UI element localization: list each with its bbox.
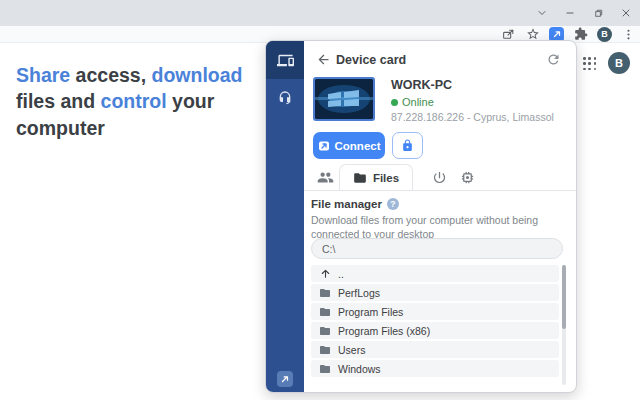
lock-button[interactable] (392, 132, 423, 159)
tab-access-users-icon[interactable] (316, 168, 334, 186)
popup-title: Device card (336, 53, 406, 67)
sidebar-brand-logo-icon (277, 371, 293, 387)
browser-avatar[interactable]: B (597, 27, 612, 42)
page-profile-avatar[interactable]: B (608, 52, 630, 74)
connect-label: Connect (335, 140, 381, 152)
device-name: WORK-PC (391, 78, 452, 92)
extensions-puzzle-icon[interactable] (573, 27, 588, 42)
browser-titlebar (0, 0, 640, 26)
path-input[interactable] (311, 238, 563, 259)
headline-segment: access, (70, 64, 151, 86)
folder-icon (319, 363, 331, 375)
file-row[interactable]: Windows (311, 360, 559, 377)
folder-icon (319, 287, 331, 299)
headline-segment: files and (16, 90, 101, 112)
page-headline: Share access, download files and control… (16, 62, 270, 141)
devices-icon[interactable] (266, 41, 304, 79)
file-label: Program Files (338, 306, 403, 318)
tab-system-settings-icon[interactable] (458, 168, 476, 186)
scrollbar-thumb[interactable] (562, 265, 566, 329)
close-icon[interactable] (618, 5, 634, 21)
status-label: Online (402, 96, 434, 108)
folder-icon (319, 344, 331, 356)
minimize-icon[interactable] (562, 5, 578, 21)
maximize-icon[interactable] (590, 5, 606, 21)
file-row[interactable]: Program Files (311, 303, 559, 320)
file-manager-title: File manager ? (311, 198, 399, 210)
folder-icon (319, 306, 331, 318)
back-arrow-icon[interactable] (316, 52, 331, 67)
file-manager-title-text: File manager (311, 198, 382, 210)
folder-icon (319, 325, 331, 337)
scrollbar[interactable] (562, 265, 566, 385)
popup-sidebar (266, 41, 304, 393)
file-row-up[interactable]: .. (311, 265, 559, 282)
file-label: Users (338, 344, 365, 356)
file-list: .. PerfLogs Program Files Program Files … (311, 265, 559, 379)
file-row[interactable]: PerfLogs (311, 284, 559, 301)
headline-segment: download (152, 64, 243, 86)
tabs-divider (304, 190, 577, 191)
device-status: Online (391, 96, 434, 108)
file-label: Windows (338, 363, 381, 375)
screen: B Share access, download files and contr… (0, 0, 640, 400)
browser-menu-icon[interactable] (621, 27, 636, 42)
window-controls (534, 0, 634, 26)
tab-files[interactable]: Files (339, 164, 413, 191)
lock-icon (401, 139, 414, 152)
folder-icon (353, 171, 367, 185)
tab-power-icon[interactable] (430, 168, 448, 186)
file-row[interactable]: Program Files (x86) (311, 322, 559, 339)
chevron-down-icon[interactable] (534, 5, 550, 21)
file-label: PerfLogs (338, 287, 380, 299)
device-ip-location: 87.228.186.226 - Cyprus, Limassol (391, 111, 554, 123)
apps-grid-icon[interactable] (583, 57, 597, 71)
help-icon[interactable]: ? (387, 198, 399, 210)
file-label: Program Files (x86) (338, 325, 430, 337)
tab-files-label: Files (373, 172, 399, 184)
headline-segment: control (101, 90, 167, 112)
headline-segment: Share (16, 64, 70, 86)
connect-button[interactable]: Connect (313, 132, 385, 159)
online-dot-icon (391, 99, 398, 106)
device-thumbnail[interactable] (313, 77, 375, 121)
extension-popup: Device card WORK-PC Online (265, 40, 577, 393)
headset-icon[interactable] (266, 79, 304, 117)
refresh-icon[interactable] (546, 52, 561, 67)
file-label: .. (338, 268, 344, 280)
arrow-up-icon (319, 268, 331, 280)
file-row[interactable]: Users (311, 341, 559, 358)
